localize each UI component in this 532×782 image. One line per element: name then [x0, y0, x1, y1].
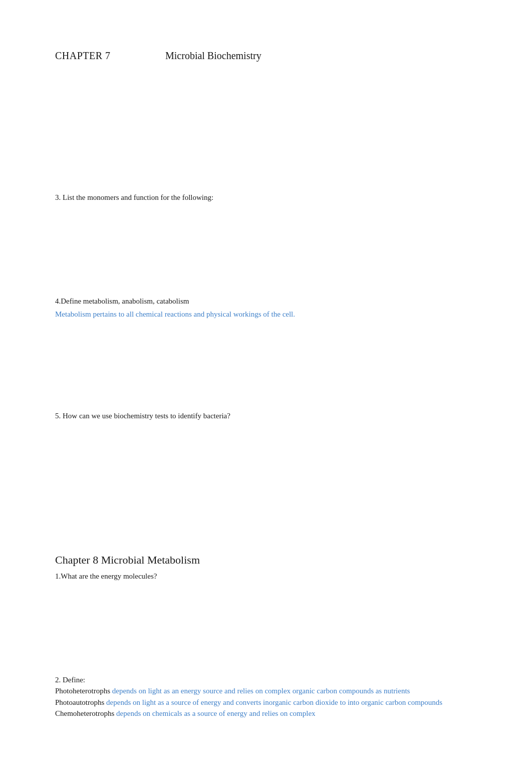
question-8-1-block: 1.What are the energy molecules?	[55, 571, 477, 582]
photoautotrophs-term: Photoautotrophs	[55, 698, 106, 706]
question-5-text: 5. How can we use biochemistry tests to …	[55, 410, 477, 422]
question-5-block: 5. How can we use biochemistry tests to …	[55, 410, 477, 422]
question-3-block: 3. List the monomers and function for th…	[55, 192, 477, 203]
chapter7-label: CHAPTER 7	[55, 50, 155, 62]
question-4-block: 4.Define metabolism, anabolism, cataboli…	[55, 296, 477, 320]
question-8-2-label: 2. Define:	[55, 674, 477, 686]
photoheterotrophs-answer: depends on light as an energy source and…	[112, 687, 410, 695]
question-3-text: 3. List the monomers and function for th…	[55, 192, 477, 203]
chemoheterotrophs-answer: depends on chemicals as a source of ener…	[116, 709, 316, 717]
question-8-2-block: 2. Define: Photoheterotrophs depends on …	[55, 674, 477, 719]
question-4-answer: Metabolism pertains to all chemical reac…	[55, 309, 477, 320]
question-4-text: 4.Define metabolism, anabolism, cataboli…	[55, 296, 477, 307]
chapter7-title: Microbial Biochemistry	[165, 50, 261, 62]
spacer-5	[55, 584, 477, 674]
spacer-1	[55, 62, 477, 192]
spacer-4	[55, 423, 477, 554]
chapter8-header: Chapter 8 Microbial Metabolism	[55, 554, 477, 567]
chemoheterotrophs-term: Chemoheterotrophs	[55, 709, 116, 717]
photoheterotrophs-row: Photoheterotrophs depends on light as an…	[55, 685, 477, 697]
photoautotrophs-answer: depends on light as a source of energy a…	[106, 698, 442, 706]
photoautotrophs-row: Photoautotrophs depends on light as a so…	[55, 697, 477, 708]
chapter7-header: CHAPTER 7 Microbial Biochemistry	[55, 30, 477, 62]
chemoheterotrophs-row: Chemoheterotrophs depends on chemicals a…	[55, 708, 477, 719]
spacer-2	[55, 205, 477, 296]
question-8-1-text: 1.What are the energy molecules?	[55, 571, 477, 582]
photoheterotrophs-term: Photoheterotrophs	[55, 687, 112, 695]
spacer-3	[55, 320, 477, 410]
chapter8-title: Chapter 8 Microbial Metabolism	[55, 554, 477, 567]
page: CHAPTER 7 Microbial Biochemistry 3. List…	[0, 0, 532, 782]
